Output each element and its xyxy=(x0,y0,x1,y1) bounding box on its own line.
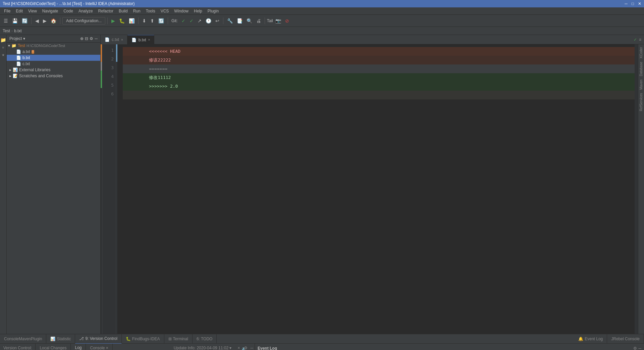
menu-vcs[interactable]: VCS xyxy=(158,8,172,14)
right-tab-maven[interactable]: Maven xyxy=(639,78,644,91)
menu-file[interactable]: File xyxy=(1,8,13,14)
toolbar-git-update-btn[interactable]: 🔃 xyxy=(157,17,166,25)
tab-statistic[interactable]: 📊 Statistic xyxy=(46,334,75,344)
tree-scratches[interactable]: ▸ 📝 Scratches and Consoles xyxy=(7,73,100,79)
toolbar-sync-btn[interactable]: 🔄 xyxy=(20,17,29,25)
add-configuration-button[interactable]: Add Configuration... xyxy=(62,17,105,25)
statistic-icon: 📊 xyxy=(50,337,55,341)
git-revert-btn[interactable]: ↩ xyxy=(214,17,221,25)
vc-minimize-btn[interactable]: ─ xyxy=(249,344,255,350)
menu-refactor[interactable]: Refactor xyxy=(96,8,116,14)
menu-edit[interactable]: Edit xyxy=(13,8,25,14)
tab-consolemaven[interactable]: ConsoleMavenPlugin xyxy=(0,334,46,344)
tab-btxt[interactable]: 📄 b.txt × xyxy=(127,35,155,44)
git-checkmark2-btn[interactable]: ✓ xyxy=(188,17,195,25)
menu-view[interactable]: View xyxy=(25,8,40,14)
toolbar-forward-btn[interactable]: ▶ xyxy=(41,17,48,25)
git-label: Git: xyxy=(171,18,178,23)
toolbar-save-btn[interactable]: 💾 xyxy=(10,17,19,25)
file-icon-b: 📄 xyxy=(16,55,21,60)
tab-event-log[interactable]: 🔔 Event Log xyxy=(574,334,607,344)
sidebar-action-minimize[interactable]: ─ xyxy=(95,36,98,41)
toolbar-home-btn[interactable]: 🏠 xyxy=(49,17,58,25)
menu-window[interactable]: Window xyxy=(171,8,191,14)
activity-fav-icon[interactable]: ★ xyxy=(0,52,6,58)
toolbar-project-btn[interactable]: ☰ xyxy=(2,17,10,25)
breadcrumb-file[interactable]: b.txt xyxy=(14,29,22,33)
toolbar-find-btn[interactable]: 🔍 xyxy=(245,17,254,25)
bottom-area: ConsoleMavenPlugin 📊 Statistic ⎇ 9: Vers… xyxy=(0,334,644,350)
tab-terminal[interactable]: ⊞ Terminal xyxy=(164,334,193,344)
editor-scrollbar[interactable] xyxy=(635,44,638,334)
menu-build[interactable]: Build xyxy=(116,8,130,14)
toolbar-bookmarks-btn[interactable]: 📑 xyxy=(235,17,244,25)
gutter-line-1 xyxy=(101,44,102,53)
findbugs-label: FindBugs-IDEA xyxy=(132,337,160,341)
right-tab-xcoder[interactable]: XCoder xyxy=(639,46,644,60)
vc-tab-console[interactable]: Console × xyxy=(86,344,112,350)
vc-tab-log[interactable]: Log xyxy=(71,344,86,350)
maximize-button[interactable]: □ xyxy=(632,1,634,6)
right-tab-database[interactable]: Database xyxy=(639,60,644,78)
tab-btxt-close[interactable]: × xyxy=(148,38,150,42)
diff-settings-icon[interactable]: ≡ xyxy=(639,37,641,42)
git-checkmark-btn[interactable]: ✓ xyxy=(180,17,187,25)
menu-tools[interactable]: Tools xyxy=(143,8,158,14)
sidebar-action-collapse[interactable]: ⊟ xyxy=(85,36,88,41)
activity-project-icon[interactable]: 📁 xyxy=(0,37,6,43)
activity-structure-icon[interactable]: ≡ xyxy=(0,44,6,50)
minimize-button[interactable]: ─ xyxy=(625,1,628,6)
tree-project-root[interactable]: ▾ 📁 Test H:\CSDN\Git\Code\Test xyxy=(7,43,100,49)
editor-actions: ✓ ≡ xyxy=(631,35,644,44)
toolbar-tail-btn[interactable]: 📷 xyxy=(274,17,283,25)
tree-external-libs[interactable]: ▸ 📊 External Libraries xyxy=(7,67,100,73)
tab-findbugs[interactable]: 🐛 FindBugs-IDEA xyxy=(122,334,164,344)
accept-changes-icon[interactable]: ✓ xyxy=(634,37,637,42)
tab-jrebel[interactable]: JRebel Console xyxy=(607,334,644,344)
breadcrumb: Test › b.txt xyxy=(0,27,644,35)
close-button[interactable]: ✕ xyxy=(638,1,641,6)
toolbar-back-btn[interactable]: ◀ xyxy=(34,17,41,25)
toolbar-print-btn[interactable]: 🖨 xyxy=(255,17,263,25)
tab-ctxt[interactable]: 📄 c.txt × xyxy=(101,35,127,44)
menu-analyze[interactable]: Analyze xyxy=(76,8,96,14)
toolbar-settings-btn[interactable]: 🔧 xyxy=(225,17,234,25)
sidebar-action-settings[interactable]: ⚙ xyxy=(90,36,93,41)
vc-tab-local[interactable]: Local Changes xyxy=(36,344,71,350)
tab-ctxt-close[interactable]: × xyxy=(121,38,123,42)
toolbar-git-push-btn[interactable]: ⬆ xyxy=(149,17,156,25)
toolbar-stop-btn[interactable]: ⊘ xyxy=(283,17,291,25)
menu-run[interactable]: Run xyxy=(130,8,143,14)
right-tab-refservices[interactable]: RefServices xyxy=(639,92,644,113)
tab-todo[interactable]: 6: TODO xyxy=(193,334,217,344)
sidebar-action-locate[interactable]: ⊕ xyxy=(80,36,84,41)
code-line-1: <<<<<<< HEAD xyxy=(123,47,635,56)
toolbar: ☰ 💾 🔄 ◀ ▶ 🏠 Add Configuration... ▶ 🐛 📊 ⬇… xyxy=(0,15,644,27)
git-history-btn[interactable]: 🕐 xyxy=(204,17,213,25)
event-settings-btn[interactable]: ⚙ xyxy=(633,346,637,350)
version-control-label: 9: Version Control xyxy=(85,336,117,341)
menu-code[interactable]: Code xyxy=(61,8,76,14)
terminal-icon: ⊞ xyxy=(168,337,172,341)
menu-navigate[interactable]: Navigate xyxy=(40,8,61,14)
toolbar-git-fetch-btn[interactable]: ⬇ xyxy=(141,17,148,25)
menu-help[interactable]: Help xyxy=(191,8,205,14)
tree-file-atxt[interactable]: 📄 a.txt ! xyxy=(7,49,100,55)
tab-version-control[interactable]: ⎇ 9: Version Control xyxy=(75,334,121,344)
toolbar-run-btn[interactable]: ▶ xyxy=(110,17,117,25)
git-arrow-btn[interactable]: ↗ xyxy=(196,17,203,25)
tree-file-btxt[interactable]: 📄 b.txt xyxy=(7,55,100,61)
project-path: H:\CSDN\Git\Code\Test xyxy=(26,44,65,48)
tree-file-ctxt[interactable]: 📄 c.txt xyxy=(7,61,100,67)
breadcrumb-project[interactable]: Test xyxy=(3,29,10,33)
event-log-icon: 🔔 xyxy=(578,337,583,341)
code-line-5: >>>>>>> 2.0 xyxy=(123,82,635,91)
tab-btxt-label: b.txt xyxy=(139,38,146,42)
code-editor[interactable]: <<<<<<< HEAD 修该22222 ======= 修改11112 >>>… xyxy=(117,44,635,334)
sidebar-actions: ⊕ ⊟ ⚙ ─ xyxy=(80,36,98,41)
toolbar-coverage-btn[interactable]: 📊 xyxy=(127,17,136,25)
event-minimize-btn[interactable]: ─ xyxy=(638,346,641,350)
menu-plugin[interactable]: Plugin xyxy=(205,8,221,14)
toolbar-sep-7 xyxy=(265,17,265,24)
toolbar-debug-btn[interactable]: 🐛 xyxy=(117,17,126,25)
